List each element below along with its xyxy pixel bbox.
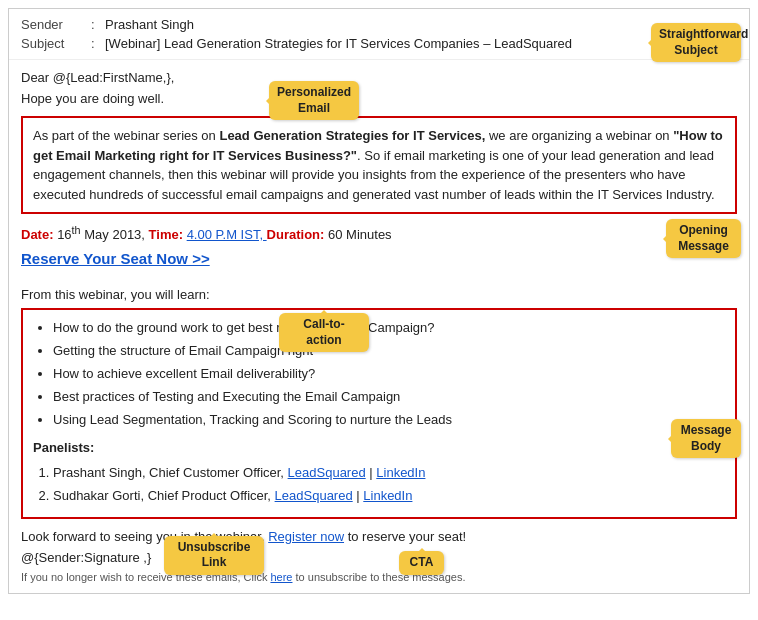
reserve-seat-link[interactable]: Reserve Your Seat Now >> [21,250,210,267]
panelist-1: Prashant Singh, Chief Customer Officer, … [53,463,725,484]
time-label: Time: [149,227,183,242]
bullet-item: Best practices of Testing and Executing … [53,387,725,408]
subject-colon: : [91,36,105,51]
panelist1-leadsquared-link[interactable]: LeadSquared [288,465,366,480]
message-box: How to do the ground work to get best re… [21,308,737,518]
email-header: Sender : Prashant Singh Subject : [Webin… [9,9,749,60]
hope-line: Hope you are doing well. [21,91,737,106]
signature-line: @{Sender:Signature ,} [21,550,737,565]
sender-value: Prashant Singh [105,17,737,32]
time-value: 4.00 P.M IST, [187,227,267,242]
bullet-item: How to do the ground work to get best re… [53,318,725,339]
bullet-item: Using Lead Segmentation, Tracking and Sc… [53,410,725,431]
panelist-2: Sudhakar Gorti, Chief Product Officer, L… [53,486,725,507]
register-now-link[interactable]: Register now [268,529,344,544]
personalized-email-bubble: PersonalizedEmail [269,81,359,120]
panelist2-leadsquared-link[interactable]: LeadSquared [275,488,353,503]
panelist2-text: Sudhakar Gorti, Chief Product Officer, [53,488,275,503]
sender-row: Sender : Prashant Singh [21,17,737,32]
closing-line: Look forward to seeing you in the webina… [21,529,737,544]
bullet-list: How to do the ground work to get best re… [53,318,725,430]
panelist1-linkedin-link[interactable]: LinkedIn [376,465,425,480]
learn-intro: From this webinar, you will learn: [21,287,737,302]
email-body: Dear @{Lead:FirstName,}, Hope you are do… [9,60,749,593]
opening-message-bubble: OpeningMessage [666,219,741,258]
unsubscribe-link[interactable]: here [270,571,292,583]
panelists-label: Panelists: [33,438,725,459]
cta-bubble: CTA [399,551,444,575]
straightforward-subject-bubble: StraightforwardSubject [651,23,741,62]
panelists-list: Prashant Singh, Chief Customer Officer, … [53,463,725,507]
panelist1-sep: | [366,465,377,480]
email-container: Sender : Prashant Singh Subject : [Webin… [8,8,750,594]
date-line: Date: 16th May 2013, Time: 4.00 P.M IST,… [21,224,737,242]
date-value: 16th May 2013, [57,227,148,242]
sender-colon: : [91,17,105,32]
greeting-line: Dear @{Lead:FirstName,}, [21,70,737,85]
call-to-action-bubble: Call-to-action [279,313,369,352]
date-label: Date: [21,227,54,242]
subject-row: Subject : [Webinar] Lead Generation Stra… [21,36,737,51]
panelist1-text: Prashant Singh, Chief Customer Officer, [53,465,288,480]
panelist2-sep: | [353,488,364,503]
opening-bold1: Lead Generation Strategies for IT Servic… [219,128,485,143]
unsubscribe-link-bubble: Unsubscribe Link [164,536,264,575]
message-body-bubble: MessageBody [671,419,741,458]
duration-label: Duration: [267,227,325,242]
opening-box: As part of the webinar series on Lead Ge… [21,116,737,214]
subject-label: Subject [21,36,91,51]
sender-label: Sender [21,17,91,32]
bullet-item: Getting the structure of Email Campaign … [53,341,725,362]
cta-wrapper: Reserve Your Seat Now >> [21,250,737,277]
unsubscribe-line: If you no longer wish to receive these e… [21,571,737,583]
signature-value: @{Sender:Signature ,} [21,550,151,565]
bullet-item: How to achieve excellent Email deliverab… [53,364,725,385]
duration-value: 60 Minutes [328,227,392,242]
panelist2-linkedin-link[interactable]: LinkedIn [363,488,412,503]
